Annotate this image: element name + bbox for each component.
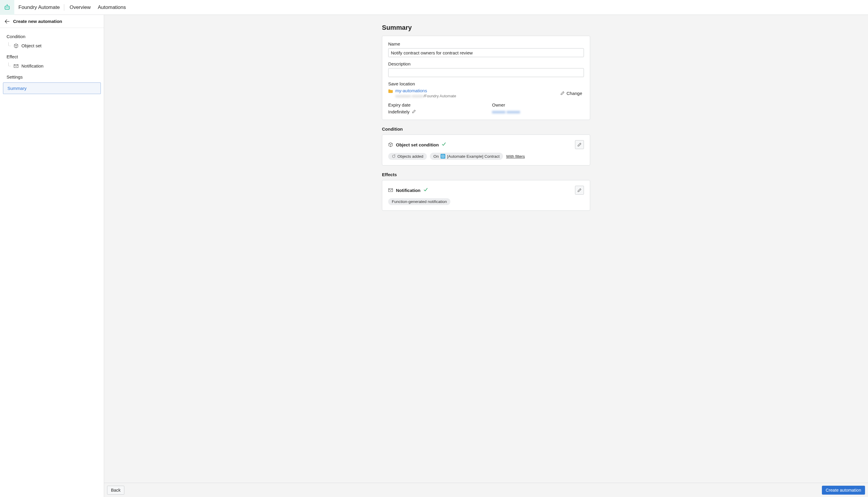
- back-button[interactable]: Back: [107, 486, 124, 495]
- main-panel: Summary Name Description Save location: [104, 15, 868, 497]
- owner-label: Owner: [492, 102, 584, 108]
- cube-icon: [388, 142, 393, 147]
- sidebar-item-label: Object set: [21, 43, 42, 48]
- pencil-icon: [577, 143, 581, 147]
- envelope-icon: [14, 64, 18, 69]
- page-title: Summary: [382, 24, 590, 31]
- sidebar-title: Create new automation: [13, 19, 62, 24]
- envelope-icon: [388, 188, 393, 193]
- on-object-pill: On [Automate Example] Contract: [430, 153, 503, 160]
- description-label: Description: [388, 61, 584, 66]
- check-icon: [442, 142, 446, 147]
- cube-plus-icon: [392, 154, 396, 158]
- nav-overview[interactable]: Overview: [66, 4, 94, 11]
- save-location-label: Save location: [388, 81, 584, 86]
- sidebar-item-summary[interactable]: Summary: [3, 83, 101, 94]
- app-title: Foundry Automate: [14, 4, 64, 11]
- create-automation-button[interactable]: Create automation: [822, 486, 865, 495]
- effect-title: Notification: [396, 188, 421, 193]
- robot-icon: [4, 4, 11, 11]
- svg-point-4: [8, 7, 8, 8]
- name-label: Name: [388, 41, 584, 46]
- with-filters-link[interactable]: With filters: [506, 154, 525, 159]
- expiry-label: Expiry date: [388, 102, 480, 108]
- app-icon: [0, 0, 14, 15]
- sidebar-item-notification[interactable]: Notification: [3, 60, 101, 71]
- effects-card: Notification Function-generated notifica…: [382, 180, 590, 211]
- effects-heading: Effects: [382, 172, 590, 177]
- summary-card: Name Description Save location: [382, 36, 590, 120]
- footer-bar: Back Create automation: [104, 483, 868, 497]
- top-bar: Foundry Automate Overview Automations: [0, 0, 868, 15]
- condition-heading: Condition: [382, 127, 590, 131]
- pencil-icon: [561, 91, 565, 95]
- pencil-icon: [412, 110, 416, 113]
- arrow-left-icon: [5, 19, 10, 24]
- sidebar-item-label: Notification: [21, 63, 43, 69]
- description-input[interactable]: [388, 68, 584, 77]
- condition-card: Object set condition Objects added: [382, 134, 590, 166]
- sidebar-header[interactable]: Create new automation: [0, 15, 104, 28]
- svg-point-7: [443, 156, 444, 157]
- nav-automations[interactable]: Automations: [94, 4, 130, 11]
- cube-icon: [14, 43, 18, 48]
- pencil-icon: [577, 188, 581, 192]
- divider: [64, 4, 64, 11]
- object-type-icon: [440, 154, 445, 159]
- expiry-value: Indefinitely: [388, 109, 410, 114]
- sidebar-settings-label: Settings: [3, 71, 101, 81]
- sidebar-condition-label: Condition: [3, 31, 101, 40]
- save-location-folder[interactable]: my-automations: [395, 88, 456, 93]
- sidebar-effect-label: Effect: [3, 51, 101, 60]
- sidebar-item-object-set[interactable]: Object set: [3, 40, 101, 51]
- function-notification-pill: Function-generated notification: [388, 198, 450, 205]
- objects-added-pill: Objects added: [388, 153, 427, 160]
- folder-icon: [388, 88, 393, 94]
- condition-title: Object set condition: [396, 142, 439, 147]
- name-input[interactable]: [388, 48, 584, 57]
- svg-point-3: [6, 7, 7, 8]
- svg-point-2: [7, 4, 8, 5]
- edit-expiry-button[interactable]: [412, 109, 416, 114]
- edit-effect-button[interactable]: [575, 186, 584, 195]
- sidebar: Create new automation Condition Object s…: [0, 15, 104, 497]
- svg-rect-0: [5, 6, 10, 9]
- check-icon: [423, 188, 428, 193]
- change-location-button[interactable]: Change: [559, 89, 584, 97]
- edit-condition-button[interactable]: [575, 140, 584, 149]
- save-location-path: xxxxxxxx xxxxxx/Foundry Automate: [395, 94, 456, 98]
- owner-value: xxxxxx xxxxxx: [492, 109, 520, 114]
